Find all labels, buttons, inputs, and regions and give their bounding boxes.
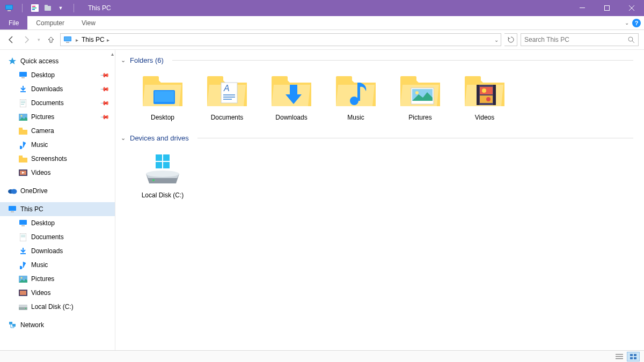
pictures-icon: [18, 112, 28, 122]
recent-dropdown-icon[interactable]: ▾: [35, 34, 42, 46]
section-folders[interactable]: ⌄ Folders (6): [118, 54, 644, 67]
svg-rect-65: [465, 76, 481, 82]
folder-tile-downloads[interactable]: Downloads: [259, 73, 324, 121]
svg-rect-15: [66, 42, 69, 43]
sidebar-quick-access[interactable]: Quick access: [0, 54, 115, 68]
refresh-button[interactable]: [504, 33, 517, 46]
folder-tile-videos[interactable]: Videos: [452, 73, 517, 121]
file-tab[interactable]: File: [0, 16, 27, 29]
sidebar-item-local-disk[interactable]: Local Disk (C:): [0, 300, 115, 314]
breadcrumb-this-pc[interactable]: This PC▸: [82, 36, 109, 43]
svg-rect-48: [143, 76, 159, 82]
search-input[interactable]: [524, 36, 625, 43]
folder-tile-desktop[interactable]: Desktop: [130, 73, 195, 121]
svg-line-17: [632, 41, 634, 43]
sidebar-item-music[interactable]: Music: [0, 258, 115, 272]
svg-rect-19: [21, 77, 25, 78]
tab-view[interactable]: View: [73, 16, 104, 29]
svg-rect-18: [19, 72, 27, 77]
svg-rect-26: [19, 128, 23, 129]
svg-rect-23: [21, 104, 24, 105]
chevron-right-icon[interactable]: ▸: [107, 37, 109, 43]
tile-label: Local Disk (C:): [130, 191, 195, 199]
navigation-row: ▾ ▸ This PC▸ ⌄: [0, 30, 644, 49]
sidebar-label: OneDrive: [20, 187, 48, 195]
sidebar-onedrive[interactable]: OneDrive: [0, 184, 115, 198]
svg-rect-47: [12, 324, 16, 327]
sidebar-item-pictures[interactable]: Pictures 📌: [0, 110, 115, 124]
back-button[interactable]: [5, 34, 17, 46]
divider: [172, 60, 633, 61]
this-pc-icon[interactable]: [4, 3, 14, 13]
close-button[interactable]: [619, 0, 644, 16]
svg-rect-61: [400, 76, 416, 82]
sidebar-item-label: Music: [31, 141, 48, 149]
large-icons-view-button[interactable]: [627, 352, 640, 361]
sidebar-item-music[interactable]: Music: [0, 138, 115, 152]
folder-tile-music[interactable]: Music: [324, 73, 388, 121]
music-icon: [18, 260, 28, 270]
sidebar-label: This PC: [20, 205, 43, 213]
svg-rect-22: [21, 102, 25, 103]
ribbon-expand-icon[interactable]: ⌄: [625, 20, 629, 26]
properties-icon[interactable]: [30, 3, 40, 13]
help-icon[interactable]: ?: [632, 19, 641, 27]
pin-icon: 📌: [99, 70, 109, 80]
svg-rect-67: [477, 85, 479, 105]
navigation-pane: ▴ Quick access Desktop 📌 Downloads 📌 Doc…: [0, 50, 115, 350]
sidebar-item-documents[interactable]: Documents 📌: [0, 96, 115, 110]
music-icon: [18, 140, 28, 150]
svg-rect-8: [45, 5, 48, 7]
svg-rect-10: [605, 6, 610, 11]
tab-computer[interactable]: Computer: [27, 16, 73, 29]
details-view-button[interactable]: [613, 352, 626, 361]
qat-separator: [69, 3, 78, 13]
sidebar-item-videos[interactable]: Videos: [0, 166, 115, 180]
svg-rect-75: [156, 162, 162, 168]
sidebar-item-videos[interactable]: Videos: [0, 286, 115, 300]
svg-rect-4: [32, 6, 35, 7]
svg-rect-21: [21, 101, 25, 101]
svg-rect-81: [616, 358, 623, 359]
up-button[interactable]: [45, 34, 57, 46]
sidebar-item-downloads[interactable]: Downloads: [0, 244, 115, 258]
sidebar-item-camera[interactable]: Camera: [0, 124, 115, 138]
sidebar-item-pictures[interactable]: Pictures: [0, 272, 115, 286]
section-drives[interactable]: ⌄ Devices and drives: [118, 132, 644, 144]
sidebar-item-desktop[interactable]: Desktop 📌: [0, 68, 115, 82]
qat-dropdown-icon[interactable]: ▼: [56, 3, 65, 13]
drive-tile-local-disk-c[interactable]: Local Disk (C:): [130, 151, 195, 199]
search-box[interactable]: [521, 33, 639, 46]
svg-rect-44: [19, 305, 27, 307]
sidebar-item-documents[interactable]: Documents: [0, 230, 115, 244]
sidebar-item-downloads[interactable]: Downloads 📌: [0, 82, 115, 96]
svg-point-31: [11, 189, 17, 194]
maximize-button[interactable]: [595, 0, 619, 16]
sidebar-item-label: Screenshots: [31, 155, 67, 162]
ribbon: File Computer View ⌄ ?: [0, 16, 644, 30]
sidebar-item-label: Videos: [31, 289, 50, 297]
folder-tile-pictures[interactable]: Pictures: [388, 73, 452, 121]
svg-rect-35: [21, 225, 25, 226]
folder-icon: [18, 154, 28, 164]
sidebar-this-pc[interactable]: This PC: [0, 202, 115, 216]
svg-rect-38: [21, 237, 25, 237]
svg-rect-85: [634, 357, 636, 359]
svg-rect-20: [20, 99, 26, 107]
sidebar-item-screenshots[interactable]: Screenshots: [0, 152, 115, 166]
chevron-right-icon[interactable]: ▸: [76, 37, 78, 43]
scroll-up-icon[interactable]: ▴: [111, 51, 114, 57]
svg-rect-37: [21, 235, 25, 235]
new-folder-icon[interactable]: [43, 3, 53, 13]
download-icon: [18, 246, 28, 256]
music-folder-icon: [334, 73, 377, 110]
sidebar-item-desktop[interactable]: Desktop: [0, 216, 115, 230]
address-dropdown-icon[interactable]: ⌄: [494, 37, 499, 43]
forward-button[interactable]: [20, 34, 32, 46]
folder-tile-documents[interactable]: A Documents: [195, 73, 259, 121]
address-bar[interactable]: ▸ This PC▸ ⌄: [60, 33, 501, 46]
this-pc-icon: [8, 204, 17, 214]
minimize-button[interactable]: [570, 0, 595, 16]
sidebar-network[interactable]: Network: [0, 318, 115, 332]
svg-rect-14: [64, 37, 71, 41]
